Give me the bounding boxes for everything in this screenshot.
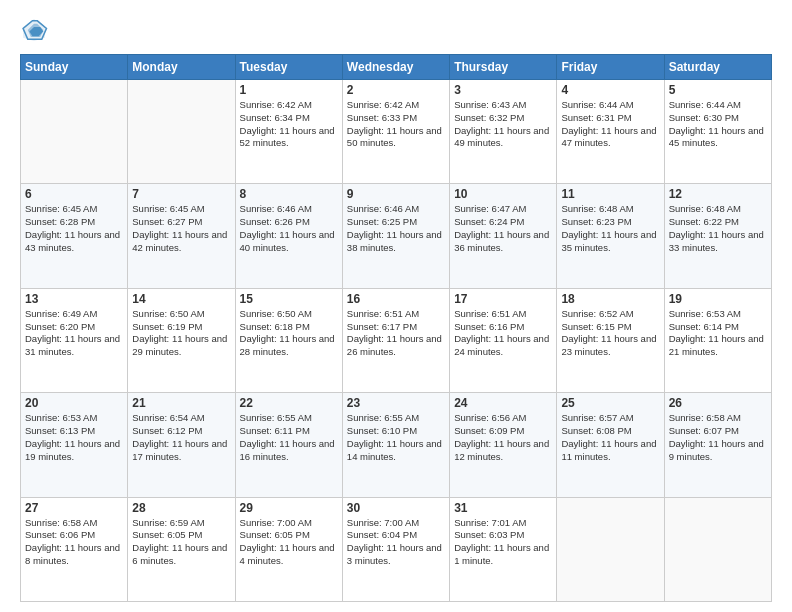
day-info: Sunrise: 6:43 AMSunset: 6:32 PMDaylight:… <box>454 99 552 150</box>
weekday-header: Tuesday <box>235 55 342 80</box>
day-number: 16 <box>347 292 445 306</box>
header <box>20 16 772 44</box>
day-number: 31 <box>454 501 552 515</box>
day-number: 23 <box>347 396 445 410</box>
calendar-cell: 16Sunrise: 6:51 AMSunset: 6:17 PMDayligh… <box>342 288 449 392</box>
day-number: 27 <box>25 501 123 515</box>
calendar-cell: 24Sunrise: 6:56 AMSunset: 6:09 PMDayligh… <box>450 393 557 497</box>
day-info: Sunrise: 7:00 AMSunset: 6:04 PMDaylight:… <box>347 517 445 568</box>
calendar-cell: 17Sunrise: 6:51 AMSunset: 6:16 PMDayligh… <box>450 288 557 392</box>
day-info: Sunrise: 6:45 AMSunset: 6:27 PMDaylight:… <box>132 203 230 254</box>
day-number: 6 <box>25 187 123 201</box>
day-info: Sunrise: 6:51 AMSunset: 6:16 PMDaylight:… <box>454 308 552 359</box>
day-number: 4 <box>561 83 659 97</box>
calendar-week-row: 27Sunrise: 6:58 AMSunset: 6:06 PMDayligh… <box>21 497 772 601</box>
calendar-cell: 28Sunrise: 6:59 AMSunset: 6:05 PMDayligh… <box>128 497 235 601</box>
day-number: 20 <box>25 396 123 410</box>
calendar-table: SundayMondayTuesdayWednesdayThursdayFrid… <box>20 54 772 602</box>
calendar-cell <box>128 80 235 184</box>
day-number: 19 <box>669 292 767 306</box>
calendar-week-row: 20Sunrise: 6:53 AMSunset: 6:13 PMDayligh… <box>21 393 772 497</box>
day-number: 28 <box>132 501 230 515</box>
day-info: Sunrise: 6:44 AMSunset: 6:31 PMDaylight:… <box>561 99 659 150</box>
calendar-cell: 31Sunrise: 7:01 AMSunset: 6:03 PMDayligh… <box>450 497 557 601</box>
day-number: 22 <box>240 396 338 410</box>
day-number: 13 <box>25 292 123 306</box>
day-number: 10 <box>454 187 552 201</box>
day-info: Sunrise: 6:46 AMSunset: 6:26 PMDaylight:… <box>240 203 338 254</box>
calendar-week-row: 6Sunrise: 6:45 AMSunset: 6:28 PMDaylight… <box>21 184 772 288</box>
calendar-cell: 21Sunrise: 6:54 AMSunset: 6:12 PMDayligh… <box>128 393 235 497</box>
day-number: 17 <box>454 292 552 306</box>
day-number: 25 <box>561 396 659 410</box>
calendar-cell: 15Sunrise: 6:50 AMSunset: 6:18 PMDayligh… <box>235 288 342 392</box>
weekday-header: Friday <box>557 55 664 80</box>
calendar-cell <box>557 497 664 601</box>
weekday-header: Thursday <box>450 55 557 80</box>
calendar-cell: 13Sunrise: 6:49 AMSunset: 6:20 PMDayligh… <box>21 288 128 392</box>
calendar-cell: 6Sunrise: 6:45 AMSunset: 6:28 PMDaylight… <box>21 184 128 288</box>
calendar-cell: 29Sunrise: 7:00 AMSunset: 6:05 PMDayligh… <box>235 497 342 601</box>
day-number: 12 <box>669 187 767 201</box>
day-info: Sunrise: 6:57 AMSunset: 6:08 PMDaylight:… <box>561 412 659 463</box>
day-info: Sunrise: 6:48 AMSunset: 6:22 PMDaylight:… <box>669 203 767 254</box>
day-info: Sunrise: 6:42 AMSunset: 6:34 PMDaylight:… <box>240 99 338 150</box>
day-info: Sunrise: 6:58 AMSunset: 6:06 PMDaylight:… <box>25 517 123 568</box>
day-number: 18 <box>561 292 659 306</box>
day-number: 5 <box>669 83 767 97</box>
day-number: 26 <box>669 396 767 410</box>
day-info: Sunrise: 6:56 AMSunset: 6:09 PMDaylight:… <box>454 412 552 463</box>
calendar-cell: 20Sunrise: 6:53 AMSunset: 6:13 PMDayligh… <box>21 393 128 497</box>
day-info: Sunrise: 7:00 AMSunset: 6:05 PMDaylight:… <box>240 517 338 568</box>
day-info: Sunrise: 6:49 AMSunset: 6:20 PMDaylight:… <box>25 308 123 359</box>
day-info: Sunrise: 6:55 AMSunset: 6:11 PMDaylight:… <box>240 412 338 463</box>
day-info: Sunrise: 6:55 AMSunset: 6:10 PMDaylight:… <box>347 412 445 463</box>
day-number: 2 <box>347 83 445 97</box>
calendar-cell: 14Sunrise: 6:50 AMSunset: 6:19 PMDayligh… <box>128 288 235 392</box>
calendar-week-row: 13Sunrise: 6:49 AMSunset: 6:20 PMDayligh… <box>21 288 772 392</box>
calendar-cell: 7Sunrise: 6:45 AMSunset: 6:27 PMDaylight… <box>128 184 235 288</box>
day-info: Sunrise: 6:50 AMSunset: 6:19 PMDaylight:… <box>132 308 230 359</box>
calendar-cell: 25Sunrise: 6:57 AMSunset: 6:08 PMDayligh… <box>557 393 664 497</box>
calendar-cell <box>664 497 771 601</box>
day-number: 8 <box>240 187 338 201</box>
day-number: 15 <box>240 292 338 306</box>
day-info: Sunrise: 6:53 AMSunset: 6:13 PMDaylight:… <box>25 412 123 463</box>
day-number: 11 <box>561 187 659 201</box>
calendar-cell: 1Sunrise: 6:42 AMSunset: 6:34 PMDaylight… <box>235 80 342 184</box>
page: SundayMondayTuesdayWednesdayThursdayFrid… <box>0 0 792 612</box>
weekday-header: Monday <box>128 55 235 80</box>
day-info: Sunrise: 6:54 AMSunset: 6:12 PMDaylight:… <box>132 412 230 463</box>
day-number: 1 <box>240 83 338 97</box>
calendar-cell: 23Sunrise: 6:55 AMSunset: 6:10 PMDayligh… <box>342 393 449 497</box>
calendar-cell: 26Sunrise: 6:58 AMSunset: 6:07 PMDayligh… <box>664 393 771 497</box>
day-number: 24 <box>454 396 552 410</box>
day-number: 30 <box>347 501 445 515</box>
day-info: Sunrise: 6:53 AMSunset: 6:14 PMDaylight:… <box>669 308 767 359</box>
calendar-cell: 22Sunrise: 6:55 AMSunset: 6:11 PMDayligh… <box>235 393 342 497</box>
calendar-cell: 27Sunrise: 6:58 AMSunset: 6:06 PMDayligh… <box>21 497 128 601</box>
calendar-week-row: 1Sunrise: 6:42 AMSunset: 6:34 PMDaylight… <box>21 80 772 184</box>
logo-icon <box>20 16 48 44</box>
day-info: Sunrise: 6:45 AMSunset: 6:28 PMDaylight:… <box>25 203 123 254</box>
day-number: 7 <box>132 187 230 201</box>
calendar-cell: 2Sunrise: 6:42 AMSunset: 6:33 PMDaylight… <box>342 80 449 184</box>
day-number: 29 <box>240 501 338 515</box>
calendar-cell: 3Sunrise: 6:43 AMSunset: 6:32 PMDaylight… <box>450 80 557 184</box>
day-info: Sunrise: 6:48 AMSunset: 6:23 PMDaylight:… <box>561 203 659 254</box>
day-number: 3 <box>454 83 552 97</box>
day-info: Sunrise: 6:47 AMSunset: 6:24 PMDaylight:… <box>454 203 552 254</box>
calendar-cell: 11Sunrise: 6:48 AMSunset: 6:23 PMDayligh… <box>557 184 664 288</box>
day-number: 9 <box>347 187 445 201</box>
weekday-header: Saturday <box>664 55 771 80</box>
day-number: 14 <box>132 292 230 306</box>
day-number: 21 <box>132 396 230 410</box>
calendar-cell <box>21 80 128 184</box>
day-info: Sunrise: 6:52 AMSunset: 6:15 PMDaylight:… <box>561 308 659 359</box>
calendar-cell: 10Sunrise: 6:47 AMSunset: 6:24 PMDayligh… <box>450 184 557 288</box>
day-info: Sunrise: 6:59 AMSunset: 6:05 PMDaylight:… <box>132 517 230 568</box>
calendar-cell: 4Sunrise: 6:44 AMSunset: 6:31 PMDaylight… <box>557 80 664 184</box>
day-info: Sunrise: 6:46 AMSunset: 6:25 PMDaylight:… <box>347 203 445 254</box>
logo <box>20 16 52 44</box>
calendar-cell: 8Sunrise: 6:46 AMSunset: 6:26 PMDaylight… <box>235 184 342 288</box>
